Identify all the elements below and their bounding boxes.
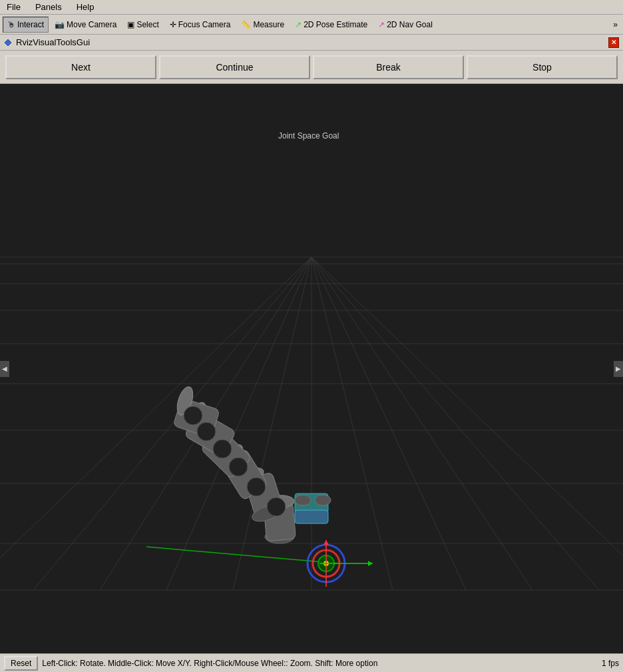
status-hint: Left-Click: Rotate. Middle-Click: Move X… [42,659,377,668]
svg-point-41 [229,458,248,476]
menu-help[interactable]: Help [73,1,99,13]
svg-point-48 [315,495,331,505]
stop-button[interactable]: Stop [467,55,618,79]
toolbar-select[interactable]: ▣ Select [122,17,163,33]
toolbar-nav-goal[interactable]: ↗ 2D Nav Goal [373,17,437,33]
svg-point-39 [267,498,286,516]
toolbar: 🖱 Interact 📷 Move Camera ▣ Select ✛ Focu… [0,15,623,35]
focus-icon: ✛ [170,20,176,29]
toolbar-move-camera-label: Move Camera [67,20,116,29]
camera-icon: 📷 [55,20,65,29]
measure-icon: 📏 [241,20,251,29]
toolbar-pose-estimate[interactable]: ↗ 2D Pose Estimate [290,17,372,33]
toolbar-measure-label: Measure [253,20,284,29]
cursor-icon: 🖱 [7,20,15,29]
toolbar-focus-camera[interactable]: ✛ Focus Camera [165,17,236,33]
svg-rect-46 [295,510,328,523]
menu-bar: File Panels Help [0,0,623,15]
svg-point-43 [197,422,216,441]
toolbar-interact[interactable]: 🖱 Interact [3,17,49,33]
break-button[interactable]: Break [313,55,464,79]
next-button[interactable]: Next [5,55,156,79]
svg-point-40 [247,478,266,496]
toolbar-select-label: Select [136,20,158,29]
svg-point-44 [184,406,202,425]
svg-point-47 [295,495,311,505]
panel-icon [4,39,12,47]
toolbar-nav-label: 2D Nav Goal [387,20,433,29]
panel-title-left: RvizVisualToolsGui [4,37,90,47]
panel-title-bar: RvizVisualToolsGui ✕ [0,35,623,51]
fps-display: 1 fps [602,659,619,668]
scene-svg: Joint Space Goal [0,84,623,653]
svg-point-42 [213,440,232,458]
toolbar-more[interactable]: » [610,19,620,31]
status-bar: Reset Left-Click: Rotate. Middle-Click: … [0,653,623,672]
toolbar-focus-label: Focus Camera [178,20,231,29]
reset-button[interactable]: Reset [4,656,38,671]
select-icon: ▣ [127,20,134,29]
continue-button[interactable]: Continue [159,55,310,79]
toolbar-move-camera[interactable]: 📷 Move Camera [50,17,121,33]
pose-icon: ↗ [295,20,302,29]
toolbar-pose-label: 2D Pose Estimate [304,20,367,29]
menu-panels[interactable]: Panels [31,1,66,13]
3d-viewport[interactable]: Joint Space Goal ◀ ▶ [0,84,623,653]
toolbar-measure[interactable]: 📏 Measure [236,17,289,33]
viewport-container[interactable]: Joint Space Goal ◀ ▶ [0,84,623,653]
toolbar-interact-label: Interact [17,20,44,29]
panel-close-button[interactable]: ✕ [608,37,619,48]
control-buttons-row: Next Continue Break Stop [0,51,623,84]
viewport-arrow-right[interactable]: ▶ [614,361,623,377]
menu-file[interactable]: File [3,1,25,13]
panel-title-label: RvizVisualToolsGui [16,37,90,47]
nav-icon: ↗ [378,20,385,29]
svg-text:Joint  Space  Goal: Joint Space Goal [278,131,339,141]
svg-marker-0 [5,39,11,46]
viewport-arrow-left[interactable]: ◀ [0,361,9,377]
